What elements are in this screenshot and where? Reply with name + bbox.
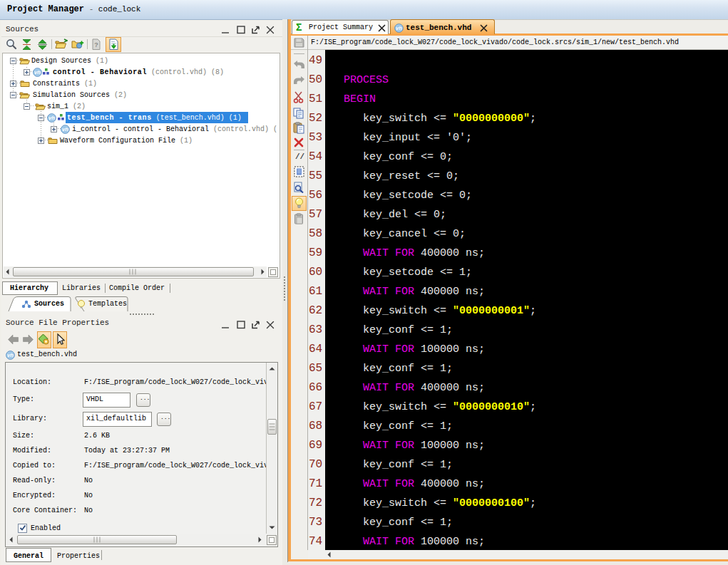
svg-text:vh: vh [48, 115, 55, 121]
svg-text:?: ? [94, 41, 98, 48]
svg-text:vh: vh [7, 352, 14, 358]
svg-text:vh: vh [396, 25, 402, 31]
svg-text:vh: vh [62, 126, 68, 133]
svg-text:vh: vh [34, 69, 41, 76]
